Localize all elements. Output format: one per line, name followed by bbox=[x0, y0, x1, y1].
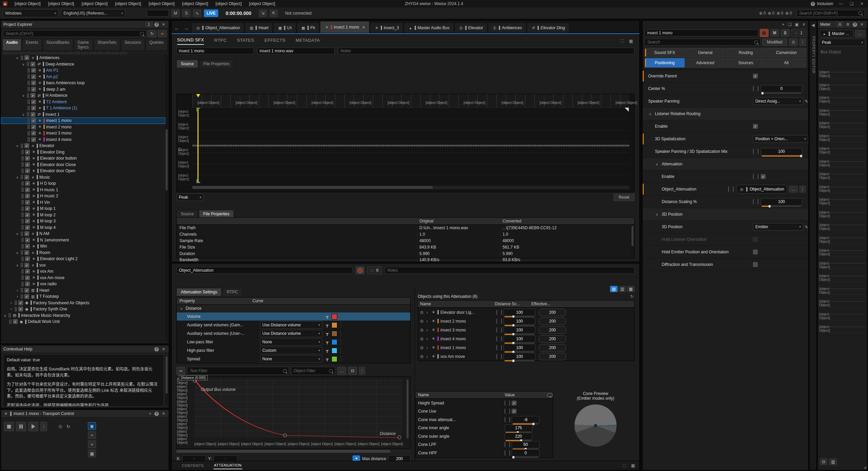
cone-property-row[interactable]: Height Spread bbox=[415, 399, 553, 407]
visibility-eye-icon[interactable] bbox=[420, 337, 423, 341]
inclusion-checkbox[interactable] bbox=[25, 168, 30, 173]
visibility-eye-icon[interactable] bbox=[420, 354, 423, 359]
pin-icon[interactable]: ┳ bbox=[323, 331, 332, 336]
curve-group-row[interactable]: Distance bbox=[177, 305, 410, 312]
pin-icon[interactable]: ⌖ bbox=[782, 22, 785, 27]
curve-point[interactable] bbox=[283, 433, 287, 437]
platform-selector[interactable]: Windows▾ bbox=[3, 9, 58, 17]
category-tab[interactable]: General bbox=[685, 48, 725, 57]
group-expander-icon[interactable] bbox=[655, 212, 659, 217]
transport-menu-button[interactable]: ⋮ bbox=[40, 422, 47, 431]
sharing-count[interactable]: ∴ 6 bbox=[367, 266, 382, 274]
tree-item[interactable]: H music 1 bbox=[1, 187, 165, 193]
message-count[interactable]: ⊗ 0 bbox=[777, 11, 784, 16]
game-object-display-button[interactable]: ▣ bbox=[88, 422, 96, 430]
inclusion-checkbox[interactable] bbox=[24, 294, 29, 299]
expander-closed-icon[interactable] bbox=[9, 307, 13, 311]
curve-row[interactable]: Spread None▾ ┳ bbox=[177, 355, 410, 363]
link-icon[interactable] bbox=[753, 174, 758, 179]
solo-button[interactable]: S bbox=[182, 10, 190, 17]
message-count[interactable]: ⊗ 0 bbox=[759, 11, 766, 16]
search-icon[interactable] bbox=[547, 393, 553, 397]
property-value-field[interactable]: 0 bbox=[761, 85, 802, 92]
spatial-display-button[interactable]: ⌖ bbox=[88, 440, 96, 448]
pin-icon[interactable]: ┳ bbox=[323, 323, 332, 327]
value-checkbox[interactable] bbox=[512, 401, 516, 405]
gear-icon[interactable]: ⚙ bbox=[845, 22, 851, 27]
cone-property-row[interactable]: Cone max attenuat... -6 bbox=[415, 415, 553, 424]
property-checkbox[interactable] bbox=[753, 262, 758, 267]
effective-distance-value[interactable]: 200 bbox=[539, 318, 566, 325]
editor-tab[interactable]: METADATA bbox=[296, 38, 320, 44]
help-icon[interactable]: ? bbox=[154, 412, 159, 416]
inclusion-checkbox[interactable] bbox=[24, 250, 29, 255]
inclusion-checkbox[interactable] bbox=[24, 143, 29, 148]
fade-in-handle[interactable] bbox=[196, 108, 201, 112]
link-icon[interactable] bbox=[753, 199, 758, 204]
curve-color-swatch[interactable] bbox=[332, 322, 337, 328]
value-field[interactable]: 0 bbox=[512, 449, 540, 456]
value-field[interactable]: 220 bbox=[505, 433, 532, 440]
menu-item[interactable]: [object Object] bbox=[44, 1, 78, 6]
tree-item[interactable]: H D loop bbox=[1, 180, 165, 187]
attenuation-tab[interactable]: RTPC bbox=[222, 288, 242, 296]
color-palette-icon[interactable] bbox=[760, 29, 769, 37]
tree-item[interactable]: T2 Ambient bbox=[1, 99, 165, 105]
effective-distance-value[interactable]: 200 bbox=[539, 309, 566, 316]
expander-closed-icon[interactable] bbox=[425, 310, 429, 315]
effective-distance-value[interactable]: 200 bbox=[539, 353, 566, 360]
link-icon[interactable] bbox=[496, 319, 502, 324]
link-icon[interactable] bbox=[753, 149, 758, 154]
object-row[interactable]: vox Am move 100 200 bbox=[418, 352, 634, 361]
distance-scaling-field[interactable]: 100 bbox=[504, 344, 535, 351]
text-filter-input[interactable]: Text Filter bbox=[187, 367, 289, 375]
group-expander-icon[interactable] bbox=[648, 111, 652, 116]
restore-button[interactable]: ❏ bbox=[849, 1, 854, 6]
tree-item[interactable]: H music 2 bbox=[1, 193, 165, 199]
curve-row[interactable]: Auxiliary send volumes (User-... Use Dis… bbox=[177, 329, 410, 338]
meter-mode-dropdown[interactable]: Peak▾ bbox=[819, 39, 865, 46]
visibility-eye-icon[interactable] bbox=[420, 310, 423, 315]
cone-property-row[interactable]: Cone outer angle 220 bbox=[415, 432, 553, 440]
tree-item[interactable]: Elevator door button bbox=[1, 155, 165, 162]
category-tab[interactable]: Advanced bbox=[685, 58, 725, 68]
file-property-row[interactable]: Duration 5.990 5.990 bbox=[177, 250, 634, 257]
solo-button[interactable]: S bbox=[781, 29, 790, 37]
distance-scaling-field[interactable]: 100 bbox=[504, 326, 535, 333]
browse-button[interactable]: ... bbox=[855, 30, 865, 37]
tree-item[interactable]: T 1 Ambience (1) bbox=[1, 105, 165, 111]
inclusion-checkbox[interactable] bbox=[25, 256, 30, 261]
curve-plot-area[interactable]: Output Bus volume Distance bbox=[194, 379, 403, 438]
inclusion-checkbox[interactable] bbox=[18, 307, 23, 311]
playhead-cursor[interactable] bbox=[197, 108, 199, 183]
meter-bus-selector[interactable]: Master ... bbox=[819, 30, 854, 37]
menu-item[interactable]: [object Object] bbox=[145, 1, 178, 6]
document-tab[interactable]: Lh bbox=[273, 22, 296, 33]
tree-item[interactable]: T Footstep bbox=[1, 293, 165, 300]
explorer-tab[interactable]: Queries bbox=[146, 39, 167, 51]
attenuation-name-field[interactable]: Object_Attenuation bbox=[176, 267, 353, 274]
link-icon[interactable] bbox=[505, 400, 510, 406]
source-tab[interactable]: Source bbox=[176, 60, 198, 68]
document-tab[interactable]: insect 1 mono bbox=[320, 21, 370, 33]
tree-item[interactable]: insect 2 mono bbox=[1, 124, 165, 130]
link-icon[interactable] bbox=[496, 310, 502, 315]
close-icon[interactable]: ✕ bbox=[161, 22, 166, 27]
column-header[interactable]: Name bbox=[418, 302, 495, 306]
maximize-view-icon[interactable]: ⛶ bbox=[622, 463, 626, 468]
browse-button[interactable]: ... bbox=[789, 186, 798, 193]
tree-item[interactable]: deep 2 am bbox=[1, 86, 165, 93]
inclusion-checkbox[interactable] bbox=[25, 181, 30, 186]
column-header[interactable]: Name bbox=[415, 393, 505, 397]
link-icon[interactable] bbox=[496, 345, 502, 350]
menu-item[interactable]: [object Object] bbox=[212, 1, 245, 6]
property-row[interactable]: Speaker Panning Direct Assig...▾ bbox=[643, 95, 808, 108]
tree-item[interactable]: bass Ambiences loop bbox=[1, 80, 165, 86]
effective-distance-value[interactable]: 200 bbox=[539, 326, 566, 334]
kebab-menu-icon[interactable]: ⋮ bbox=[359, 367, 365, 375]
pin-icon[interactable]: ┳ bbox=[323, 357, 332, 361]
close-button[interactable]: ✕ bbox=[859, 1, 865, 6]
color-palette-icon[interactable] bbox=[356, 266, 364, 274]
tree-item[interactable]: Interactive Music Hierarchy bbox=[1, 312, 165, 319]
property-value-field[interactable]: 100 bbox=[761, 148, 802, 155]
